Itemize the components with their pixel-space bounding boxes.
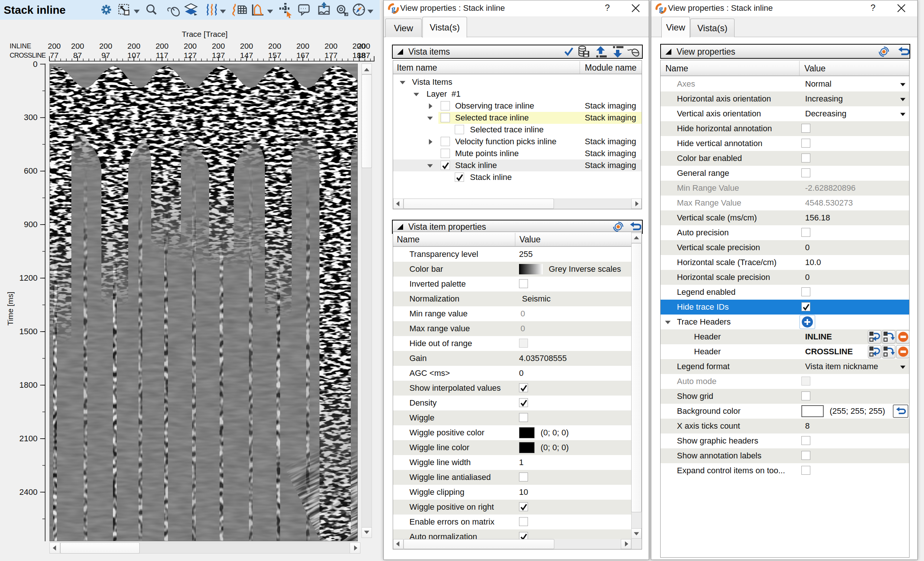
svg-text:g: g [392, 4, 396, 13]
svg-text:g: g [659, 4, 663, 13]
